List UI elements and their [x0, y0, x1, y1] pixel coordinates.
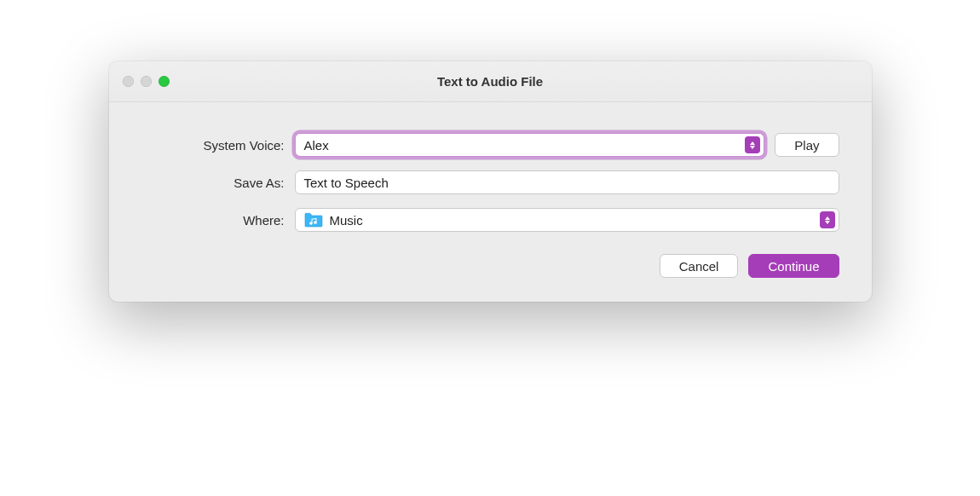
- dialog-content: System Voice: Alex Play Save As: Text to…: [109, 102, 872, 302]
- dialog-window: Text to Audio File System Voice: Alex Pl…: [109, 61, 872, 302]
- system-voice-label: System Voice:: [141, 138, 295, 153]
- select-stepper-icon: [745, 136, 760, 153]
- system-voice-select[interactable]: Alex: [295, 133, 765, 157]
- continue-button[interactable]: Continue: [748, 254, 839, 278]
- svg-point-0: [309, 222, 312, 225]
- titlebar: Text to Audio File: [109, 61, 872, 102]
- select-stepper-icon: [820, 211, 835, 228]
- system-voice-value: Alex: [304, 138, 746, 153]
- where-select[interactable]: Music: [295, 208, 839, 232]
- dialog-buttons: Cancel Continue: [141, 254, 839, 278]
- close-window-icon[interactable]: [123, 76, 134, 87]
- svg-point-1: [314, 222, 316, 224]
- system-voice-row: System Voice: Alex Play: [141, 133, 839, 157]
- window-title: Text to Audio File: [109, 74, 872, 89]
- where-row: Where: Music: [141, 208, 839, 232]
- save-as-row: Save As: Text to Speech: [141, 170, 839, 194]
- save-as-input[interactable]: Text to Speech: [295, 170, 839, 194]
- play-button[interactable]: Play: [775, 133, 839, 157]
- where-value: Music: [330, 213, 820, 228]
- folder-music-icon: [304, 212, 323, 228]
- maximize-window-icon[interactable]: [159, 76, 170, 87]
- save-as-value: Text to Speech: [304, 176, 389, 190]
- window-controls: [123, 76, 170, 87]
- save-as-label: Save As:: [141, 176, 295, 190]
- cancel-button[interactable]: Cancel: [660, 254, 739, 278]
- minimize-window-icon[interactable]: [141, 76, 152, 87]
- where-label: Where:: [141, 213, 295, 228]
